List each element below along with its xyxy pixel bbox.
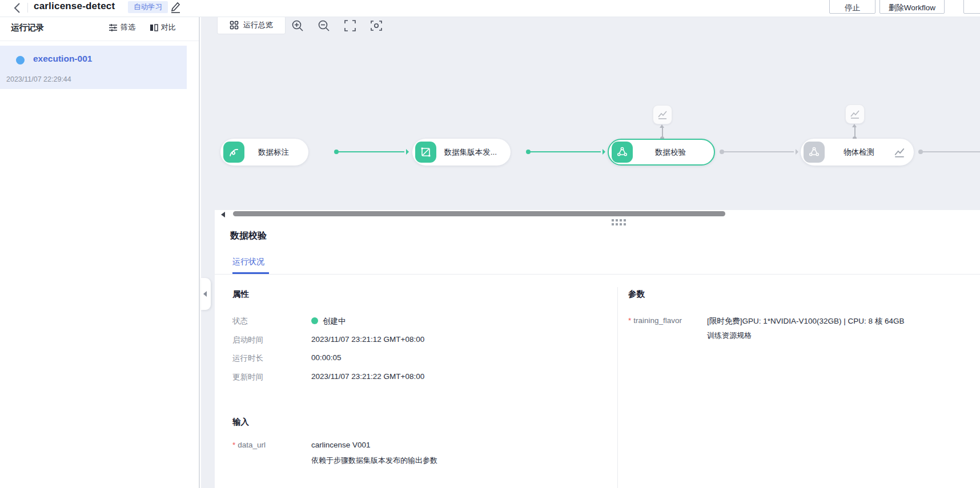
required-marker: * — [628, 316, 631, 325]
zoom-in-icon[interactable] — [291, 19, 304, 32]
page-title: carlicense-detect — [34, 1, 115, 12]
status-value: 创建中 — [323, 317, 346, 325]
panel-resize-handle[interactable] — [612, 219, 626, 225]
data-validation-icon — [612, 142, 633, 163]
object-detection-icon — [804, 142, 825, 163]
filter-label: 筛选 — [121, 22, 135, 33]
node-data-labeling[interactable]: 数据标注 — [220, 139, 308, 166]
metric-connector-object-detection — [854, 127, 856, 139]
stop-button[interactable]: 停止 — [829, 0, 875, 14]
execution-name: execution-001 — [33, 54, 92, 64]
connector-detection-out — [918, 151, 980, 152]
data-labeling-icon — [223, 142, 244, 163]
section-params-title: 参数 — [628, 289, 645, 300]
metric-icon-object-detection[interactable] — [845, 104, 865, 124]
connector-validation-to-detection — [720, 151, 798, 152]
sidebar-title: 运行记录 — [11, 22, 44, 33]
section-input-title: 输入 — [232, 417, 249, 427]
mode-badge: 自动学习 — [128, 1, 168, 13]
connector-release-to-validation — [526, 151, 605, 152]
run-overview-label: 运行总览 — [243, 20, 273, 30]
dataset-release-icon — [415, 142, 436, 163]
data-url-link[interactable]: carlincense V001 — [311, 441, 371, 449]
delete-workflow-button[interactable]: 删除Workflow — [879, 0, 945, 14]
run-overview-button[interactable]: 运行总览 — [217, 16, 286, 34]
training-flavor-helper: 训练资源规格 — [707, 330, 752, 341]
status-dot — [311, 317, 318, 324]
sidebar-collapse-handle[interactable] — [201, 278, 211, 310]
back-icon[interactable] — [11, 2, 24, 14]
grid-icon — [230, 21, 239, 30]
compare-icon — [150, 23, 158, 32]
node-dataset-release[interactable]: 数据集版本发... — [412, 139, 511, 166]
more-button-partial[interactable] — [963, 0, 980, 14]
connector-labeling-to-release — [334, 151, 409, 152]
panel-title: 数据校验 — [230, 230, 267, 242]
node-detail-panel: 数据校验 运行状况 属性 状态 创建中 启动时间 2023/11/07 23:2… — [215, 210, 980, 488]
node-object-detection[interactable]: 物体检测 — [801, 139, 914, 166]
node-label: 物体检测 — [825, 147, 893, 158]
training-flavor-value: [限时免费]GPU: 1*NVIDIA-V100(32GB) | CPU: 8 … — [707, 316, 905, 326]
fit-screen-icon[interactable] — [344, 19, 356, 32]
edit-title-icon[interactable] — [170, 1, 181, 13]
workflow-app: carlicense-detect 自动学习 停止 删除Workflow 运行记… — [0, 0, 980, 488]
filter-icon — [109, 23, 118, 32]
node-label: 数据标注 — [244, 147, 303, 158]
data-url-helper: 依赖于步骤数据集版本发布的输出参数 — [311, 455, 437, 466]
header-separator — [27, 3, 28, 13]
compare-button[interactable]: 对比 — [150, 22, 176, 33]
tab-run-status[interactable]: 运行状况 — [232, 257, 264, 267]
execution-list-item[interactable]: execution-001 2023/11/07 22:29:44 — [0, 46, 187, 89]
horizontal-scrollbar[interactable] — [233, 211, 725, 216]
canvas-toolbar — [291, 19, 383, 32]
metric-icon-data-validation[interactable] — [653, 105, 672, 124]
run-history-sidebar: 运行记录 筛选 对比 execution-001 2023/11/07 22:2… — [0, 17, 200, 488]
node-data-validation[interactable]: 数据校验 — [608, 139, 715, 166]
metric-connector-data-validation — [662, 128, 663, 139]
section-properties-title: 属性 — [232, 289, 249, 300]
node-metric-chart-icon[interactable] — [893, 146, 906, 159]
sidebar-header: 运行记录 筛选 对比 — [0, 17, 199, 41]
compare-label: 对比 — [161, 22, 176, 33]
hscroll-left-icon[interactable] — [221, 212, 225, 217]
reset-view-icon[interactable] — [370, 19, 383, 32]
panel-gutter — [201, 210, 215, 488]
execution-timestamp: 2023/11/07 22:29:44 — [6, 75, 71, 83]
node-label: 数据集版本发... — [436, 147, 505, 158]
execution-status-dot — [16, 56, 25, 64]
required-marker: * — [232, 441, 235, 449]
tab-divider — [215, 274, 980, 275]
node-label: 数据校验 — [633, 147, 708, 158]
zoom-out-icon[interactable] — [318, 19, 330, 32]
column-divider — [617, 287, 618, 488]
workflow-canvas[interactable]: 运行总览 数据标注 — [201, 17, 980, 210]
filter-button[interactable]: 筛选 — [109, 22, 135, 33]
top-header: carlicense-detect 自动学习 停止 删除Workflow — [0, 0, 980, 17]
